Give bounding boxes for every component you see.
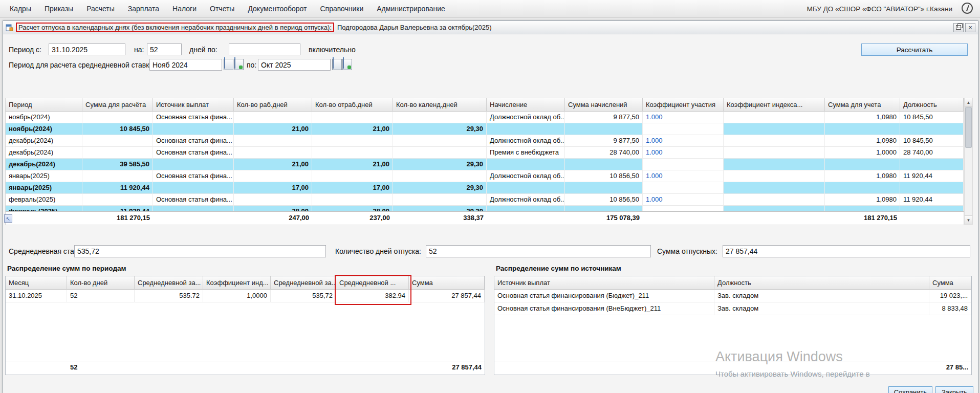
calendar-icon[interactable] bbox=[224, 59, 233, 70]
calendar-glyph bbox=[234, 57, 235, 69]
table-cell[interactable]: 1.000 bbox=[643, 112, 724, 123]
accruals-table-body: ноябрь(2024)Основная статья фина...Должн… bbox=[6, 112, 964, 225]
table-cell: ноябрь(2024) bbox=[6, 112, 82, 123]
window-titlebar[interactable]: Расчет отпуска в календарных днях (без в… bbox=[3, 21, 978, 34]
table-cell: 1,0980 bbox=[825, 194, 900, 206]
window-icon bbox=[6, 24, 14, 32]
column-header[interactable]: Период bbox=[6, 98, 82, 112]
table-row[interactable]: декабрь(2024)Основная статья фина...Прем… bbox=[6, 147, 964, 159]
column-header[interactable]: Кол-во раб.дней bbox=[234, 98, 312, 112]
table-cell[interactable]: 1.000 bbox=[643, 147, 724, 159]
table-row[interactable]: Основная статья финансирования (ВнеБюдже… bbox=[494, 302, 971, 315]
calculate-button[interactable]: Рассчитать bbox=[861, 43, 968, 56]
vacation-days-input[interactable] bbox=[426, 245, 651, 257]
table-cell[interactable]: 1.000 bbox=[643, 170, 724, 182]
column-header[interactable]: Коэффициент инд... bbox=[203, 276, 271, 290]
menubar-item[interactable]: Отчеты bbox=[203, 1, 241, 17]
column-header[interactable]: Кол-во дней bbox=[67, 276, 135, 290]
column-header[interactable]: Сумма начислений bbox=[565, 98, 643, 112]
column-header[interactable]: Источник выплат bbox=[494, 276, 714, 290]
table-row[interactable]: ноябрь(2024)Основная статья фина...Должн… bbox=[6, 112, 964, 123]
column-header[interactable]: Коэффициент участия bbox=[643, 98, 724, 112]
column-header[interactable]: Среднедневной ... bbox=[336, 276, 409, 290]
help-icon[interactable] bbox=[962, 3, 973, 14]
calendar-select-icon[interactable] bbox=[234, 59, 244, 70]
table-row[interactable]: январь(2025)Основная статья фина...Должн… bbox=[6, 170, 964, 182]
table-cell: Должностной оклад об... bbox=[487, 170, 565, 182]
menubar-item[interactable]: Расчеты bbox=[80, 1, 121, 17]
column-header[interactable]: Источник выплат bbox=[153, 98, 234, 112]
days-to-input[interactable] bbox=[229, 43, 300, 55]
column-header[interactable]: Кол-во календ.дней bbox=[393, 98, 487, 112]
column-header[interactable]: Кол-во отраб.дней bbox=[312, 98, 393, 112]
vertical-scrollbar[interactable]: ▲ ▼ bbox=[964, 98, 973, 225]
column-header[interactable]: Начисление bbox=[487, 98, 565, 112]
column-header[interactable]: Должность bbox=[714, 276, 929, 290]
column-header[interactable]: Сумма для учета bbox=[825, 98, 900, 112]
totals-cell: 181 270,15 bbox=[82, 212, 153, 225]
column-header[interactable]: Сумма bbox=[409, 276, 485, 290]
menubar-item[interactable]: Администрирование bbox=[370, 1, 452, 17]
period-from-input[interactable] bbox=[49, 43, 125, 55]
avg-to-input[interactable] bbox=[258, 59, 331, 71]
menubar: КадрыПриказыРасчетыЗарплатаНалогиОтчетыД… bbox=[0, 0, 980, 18]
column-header[interactable]: Должность bbox=[900, 98, 964, 112]
table-cell: 1,0000 bbox=[825, 147, 900, 159]
periods-panel-title: Распределение сумм по периодам bbox=[7, 265, 126, 272]
table-cell bbox=[153, 123, 234, 135]
save-button[interactable]: Сохранить bbox=[888, 386, 932, 393]
table-group-row[interactable]: январь(2025)11 920,4417,0017,0029,30 bbox=[6, 182, 964, 194]
calendar-icon[interactable] bbox=[332, 59, 342, 70]
avg-from-input[interactable] bbox=[149, 59, 222, 71]
table-cell: декабрь(2024) bbox=[6, 159, 82, 170]
table-cell: 28,00 bbox=[312, 206, 393, 211]
periods-table-header: МесяцКол-во днейСреднедневной за...Коэфф… bbox=[6, 276, 485, 290]
table-cell[interactable]: 1.000 bbox=[643, 135, 724, 147]
menubar-item[interactable]: Кадры bbox=[3, 1, 38, 17]
menubar-item[interactable]: Справочники bbox=[313, 1, 370, 17]
table-cell bbox=[234, 112, 312, 123]
totals-cell bbox=[153, 212, 234, 225]
close-form-button[interactable]: Закрыть bbox=[935, 386, 973, 393]
grid-corner-icon[interactable]: ↖ bbox=[4, 214, 12, 223]
table-cell[interactable]: 1.000 bbox=[643, 194, 724, 206]
table-cell: 10 845,50 bbox=[82, 123, 153, 135]
table-cell bbox=[393, 135, 487, 147]
column-header[interactable]: Месяц bbox=[6, 276, 67, 290]
table-row[interactable]: февраль(2025)Основная статья фина...Долж… bbox=[6, 194, 964, 206]
column-header[interactable]: Среднедневной за... bbox=[271, 276, 336, 290]
days-count-input[interactable] bbox=[147, 43, 182, 55]
table-row[interactable]: декабрь(2024)Основная статья фина...Долж… bbox=[6, 135, 964, 147]
column-header[interactable]: Среднедневной за... bbox=[135, 276, 203, 290]
table-row[interactable]: Основная статья финансирования (Бюджет)_… bbox=[494, 290, 971, 302]
table-row[interactable]: 31.10.202552535.721,0000535,72382.9427 8… bbox=[6, 290, 485, 302]
vacation-sum-input[interactable] bbox=[723, 245, 970, 257]
avg-rate-input[interactable] bbox=[74, 245, 326, 257]
scroll-down-icon[interactable]: ▼ bbox=[965, 215, 972, 224]
table-cell bbox=[487, 206, 565, 211]
column-header[interactable]: Коэффициент индекса... bbox=[724, 98, 825, 112]
scroll-up-icon[interactable]: ▲ bbox=[965, 98, 972, 107]
table-cell: февраль(2025) bbox=[6, 206, 82, 211]
close-icon[interactable]: × bbox=[965, 23, 975, 32]
table-cell: 10 856,50 bbox=[565, 170, 643, 182]
table-cell bbox=[82, 170, 153, 182]
table-cell: Основная статья фина... bbox=[153, 147, 234, 159]
table-cell: 29,30 bbox=[393, 206, 487, 211]
column-header[interactable]: Сумма для расчёта bbox=[82, 98, 153, 112]
table-cell bbox=[82, 147, 153, 159]
table-group-row[interactable]: декабрь(2024)39 585,5021,0021,0029,30 bbox=[6, 159, 964, 170]
menubar-item[interactable]: Приказы bbox=[38, 1, 80, 17]
menubar-item[interactable]: Документооборот bbox=[241, 1, 313, 17]
table-cell: январь(2025) bbox=[6, 170, 82, 182]
calendar-select-icon[interactable] bbox=[342, 59, 352, 70]
menubar-item[interactable]: Налоги bbox=[166, 1, 203, 17]
table-group-row[interactable]: февраль(2025)11 920,4428,0028,0029,30 bbox=[6, 206, 964, 211]
restore-icon[interactable] bbox=[953, 23, 964, 32]
scrollbar-thumb[interactable] bbox=[965, 107, 972, 148]
table-cell bbox=[900, 123, 964, 135]
menubar-item[interactable]: Зарплата bbox=[121, 1, 166, 17]
table-cell: 21,00 bbox=[234, 123, 312, 135]
column-header[interactable]: Сумма bbox=[929, 276, 971, 290]
table-group-row[interactable]: ноябрь(2024)10 845,5021,0021,0029,30 bbox=[6, 123, 964, 135]
